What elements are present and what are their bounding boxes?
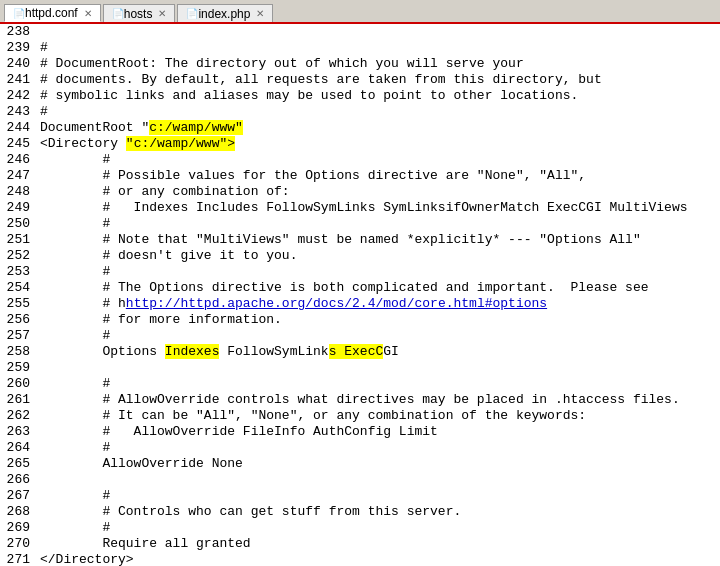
line-number: 268 bbox=[0, 504, 36, 520]
line-number: 256 bbox=[0, 312, 36, 328]
tab-label-httpd: httpd.conf bbox=[25, 6, 78, 20]
close-tab-index[interactable]: ✕ bbox=[256, 8, 264, 19]
table-row: 259 bbox=[0, 360, 720, 376]
table-row: 239# bbox=[0, 40, 720, 56]
line-number: 241 bbox=[0, 72, 36, 88]
file-icon-hosts: 📄 bbox=[112, 8, 124, 19]
line-content: # bbox=[36, 264, 720, 280]
editor-area[interactable]: 238239#240# DocumentRoot: The directory … bbox=[0, 24, 720, 566]
line-content: # bbox=[36, 216, 720, 232]
tab-bar: 📄 httpd.conf ✕ 📄 hosts ✕ 📄 index.php ✕ bbox=[0, 0, 720, 22]
tab-hosts[interactable]: 📄 hosts ✕ bbox=[103, 4, 176, 22]
line-number: 239 bbox=[0, 40, 36, 56]
line-content: # bbox=[36, 152, 720, 168]
tab-httpd[interactable]: 📄 httpd.conf ✕ bbox=[4, 4, 101, 22]
line-number: 266 bbox=[0, 472, 36, 488]
table-row: 262 # It can be "All", "None", or any co… bbox=[0, 408, 720, 424]
table-row: 245<Directory "c:/wamp/www"> bbox=[0, 136, 720, 152]
line-content bbox=[36, 472, 720, 488]
table-row: 250 # bbox=[0, 216, 720, 232]
line-content: # bbox=[36, 488, 720, 504]
file-icon-index: 📄 bbox=[186, 8, 198, 19]
line-content: Options Indexes FollowSymLinks ExecCGI bbox=[36, 344, 720, 360]
table-row: 254 # The Options directive is both comp… bbox=[0, 280, 720, 296]
table-row: 265 AllowOverride None bbox=[0, 456, 720, 472]
table-row: 244DocumentRoot "c:/wamp/www" bbox=[0, 120, 720, 136]
tab-label-index: index.php bbox=[198, 7, 250, 21]
close-tab-httpd[interactable]: ✕ bbox=[84, 8, 92, 19]
line-number: 255 bbox=[0, 296, 36, 312]
tab-label-hosts: hosts bbox=[124, 7, 153, 21]
apache-docs-link[interactable]: http://httpd.apache.org/docs/2.4/mod/cor… bbox=[126, 296, 547, 311]
table-row: 238 bbox=[0, 24, 720, 40]
line-content: # doesn't give it to you. bbox=[36, 248, 720, 264]
line-number: 258 bbox=[0, 344, 36, 360]
line-content: DocumentRoot "c:/wamp/www" bbox=[36, 120, 720, 136]
table-row: 255 # hhttp://httpd.apache.org/docs/2.4/… bbox=[0, 296, 720, 312]
highlight-span: s ExecC bbox=[329, 344, 384, 359]
line-number: 243 bbox=[0, 104, 36, 120]
line-content: # documents. By default, all requests ar… bbox=[36, 72, 720, 88]
line-content: # bbox=[36, 328, 720, 344]
line-content: # bbox=[36, 440, 720, 456]
table-row: 247 # Possible values for the Options di… bbox=[0, 168, 720, 184]
table-row: 243# bbox=[0, 104, 720, 120]
line-content: # AllowOverride FileInfo AuthConfig Limi… bbox=[36, 424, 720, 440]
line-content bbox=[36, 360, 720, 376]
file-icon: 📄 bbox=[13, 8, 25, 19]
table-row: 246 # bbox=[0, 152, 720, 168]
line-number: 262 bbox=[0, 408, 36, 424]
table-row: 260 # bbox=[0, 376, 720, 392]
line-number: 247 bbox=[0, 168, 36, 184]
table-row: 251 # Note that "MultiViews" must be nam… bbox=[0, 232, 720, 248]
close-tab-hosts[interactable]: ✕ bbox=[158, 8, 166, 19]
line-number: 265 bbox=[0, 456, 36, 472]
line-content: <Directory "c:/wamp/www"> bbox=[36, 136, 720, 152]
table-row: 241# documents. By default, all requests… bbox=[0, 72, 720, 88]
tab-index[interactable]: 📄 index.php ✕ bbox=[177, 4, 273, 22]
table-row: 249 # Indexes Includes FollowSymLinks Sy… bbox=[0, 200, 720, 216]
line-number: 271 bbox=[0, 552, 36, 566]
line-content: # bbox=[36, 40, 720, 56]
line-content: # Indexes Includes FollowSymLinks SymLin… bbox=[36, 200, 720, 216]
line-number: 259 bbox=[0, 360, 36, 376]
table-row: 253 # bbox=[0, 264, 720, 280]
line-number: 242 bbox=[0, 88, 36, 104]
line-number: 240 bbox=[0, 56, 36, 72]
line-number: 270 bbox=[0, 536, 36, 552]
line-number: 253 bbox=[0, 264, 36, 280]
table-row: 264 # bbox=[0, 440, 720, 456]
line-number: 250 bbox=[0, 216, 36, 232]
line-content: # bbox=[36, 376, 720, 392]
table-row: 258 Options Indexes FollowSymLinks ExecC… bbox=[0, 344, 720, 360]
code-table: 238239#240# DocumentRoot: The directory … bbox=[0, 24, 720, 566]
line-number: 249 bbox=[0, 200, 36, 216]
table-row: 263 # AllowOverride FileInfo AuthConfig … bbox=[0, 424, 720, 440]
line-content: </Directory> bbox=[36, 552, 720, 566]
line-content: # It can be "All", "None", or any combin… bbox=[36, 408, 720, 424]
line-number: 248 bbox=[0, 184, 36, 200]
line-content: # Controls who can get stuff from this s… bbox=[36, 504, 720, 520]
table-row: 242# symbolic links and aliases may be u… bbox=[0, 88, 720, 104]
table-row: 270 Require all granted bbox=[0, 536, 720, 552]
line-content: AllowOverride None bbox=[36, 456, 720, 472]
line-number: 264 bbox=[0, 440, 36, 456]
line-content: # symbolic links and aliases may be used… bbox=[36, 88, 720, 104]
line-content: # bbox=[36, 520, 720, 536]
line-content: # AllowOverride controls what directives… bbox=[36, 392, 720, 408]
table-row: 261 # AllowOverride controls what direct… bbox=[0, 392, 720, 408]
table-row: 257 # bbox=[0, 328, 720, 344]
highlight-span: c:/wamp/www" bbox=[149, 120, 243, 135]
table-row: 267 # bbox=[0, 488, 720, 504]
line-number: 245 bbox=[0, 136, 36, 152]
line-number: 269 bbox=[0, 520, 36, 536]
line-content: # DocumentRoot: The directory out of whi… bbox=[36, 56, 720, 72]
line-number: 261 bbox=[0, 392, 36, 408]
table-row: 268 # Controls who can get stuff from th… bbox=[0, 504, 720, 520]
table-row: 269 # bbox=[0, 520, 720, 536]
line-number: 252 bbox=[0, 248, 36, 264]
line-number: 254 bbox=[0, 280, 36, 296]
line-number: 244 bbox=[0, 120, 36, 136]
line-content: # Note that "MultiViews" must be named *… bbox=[36, 232, 720, 248]
line-content: Require all granted bbox=[36, 536, 720, 552]
